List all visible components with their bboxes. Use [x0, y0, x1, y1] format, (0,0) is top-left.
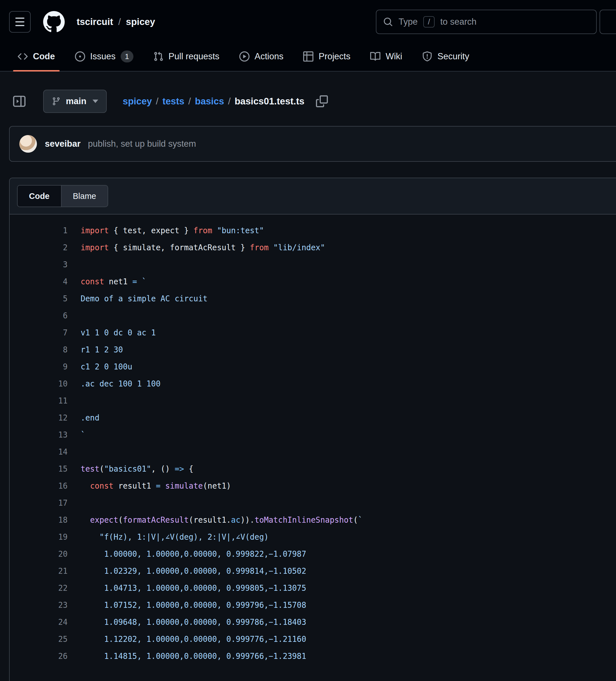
tab-code-view[interactable]: Code [18, 185, 61, 207]
git-branch-icon [52, 97, 61, 106]
line-number[interactable]: 19 [10, 528, 68, 545]
line-number[interactable]: 3 [10, 256, 68, 273]
header-action-button-partial[interactable] [599, 10, 616, 34]
breadcrumb-file-name: basics01.test.ts [235, 96, 304, 107]
code-line: 6 [10, 307, 616, 324]
line-number[interactable]: 25 [10, 630, 68, 648]
tab-wiki[interactable]: Wiki [364, 42, 409, 71]
line-content: 1.02329, 1.00000,0.00000, 0.999814,−1.10… [68, 562, 306, 579]
code-line: 2import { simulate, formatAcResult } fro… [10, 239, 616, 256]
line-number[interactable]: 11 [10, 392, 68, 409]
line-content [68, 494, 81, 511]
latest-commit-bar[interactable]: seveibar publish, set up build system [9, 126, 616, 162]
tab-actions[interactable]: Actions [233, 42, 290, 71]
line-content: .ac dec 100 1 100 [68, 375, 161, 392]
repo-owner-link[interactable]: tscircuit [77, 17, 113, 27]
line-number[interactable]: 26 [10, 648, 68, 664]
tab-projects[interactable]: Projects [297, 42, 356, 71]
line-content: 1.07152, 1.00000,0.00000, 0.999796,−1.15… [68, 597, 306, 613]
line-number[interactable]: 6 [10, 307, 68, 324]
code-line: 3 [10, 256, 616, 273]
line-content: import { test, expect } from "bun:test" [68, 222, 264, 239]
tab-actions-label: Actions [255, 51, 284, 61]
line-content: const result1 = simulate(net1) [68, 477, 231, 494]
commit-message[interactable]: publish, set up build system [88, 139, 196, 149]
search-input[interactable]: Type / to search [376, 10, 597, 34]
header-top: tscircuit / spicey Type / to search [9, 0, 607, 40]
code-line: 20 1.00000, 1.00000,0.00000, 0.999822,−1… [10, 545, 616, 562]
line-number[interactable]: 17 [10, 494, 68, 511]
chevron-down-icon [93, 100, 98, 103]
line-number[interactable]: 2 [10, 239, 68, 256]
line-content: 1.09648, 1.00000,0.00000, 0.999786,−1.18… [68, 613, 306, 630]
code-line: 15test("basics01", () => { [10, 460, 616, 477]
repo-name-link[interactable]: spicey [126, 17, 155, 27]
line-content [68, 443, 81, 460]
code-icon [18, 51, 28, 61]
table-icon [303, 51, 313, 61]
breadcrumb-repo-link[interactable]: spicey [123, 96, 152, 107]
sidebar-expand-icon [11, 93, 27, 109]
tab-pull-requests[interactable]: Pull requests [147, 42, 226, 71]
code-line: 9c1 2 0 100u [10, 358, 616, 375]
code-line: 21 1.02329, 1.00000,0.00000, 0.999814,−1… [10, 562, 616, 579]
code-lines: 1import { test, expect } from "bun:test"… [10, 215, 616, 664]
line-number[interactable]: 4 [10, 273, 68, 290]
code-line: 8r1 1 2 30 [10, 341, 616, 358]
breadcrumb-dir-link[interactable]: basics [195, 96, 224, 107]
code-line: 17 [10, 494, 616, 511]
tab-projects-label: Projects [319, 51, 350, 61]
line-content: 1.04713, 1.00000,0.00000, 0.999805,−1.13… [68, 579, 306, 597]
line-number[interactable]: 21 [10, 562, 68, 579]
line-number[interactable]: 7 [10, 324, 68, 341]
copy-path-button[interactable] [314, 93, 330, 109]
code-line: 25 1.12202, 1.00000,0.00000, 0.999776,−1… [10, 630, 616, 648]
code-line: 23 1.07152, 1.00000,0.00000, 0.999796,−1… [10, 597, 616, 613]
code-line: 16 const result1 = simulate(net1) [10, 477, 616, 494]
line-number[interactable]: 18 [10, 511, 68, 528]
line-content [68, 256, 81, 273]
file-nav-row: main spicey / tests / basics / basics01.… [9, 90, 607, 113]
line-number[interactable]: 12 [10, 409, 68, 426]
code-line: 26 1.14815, 1.00000,0.00000, 0.999766,−1… [10, 648, 616, 664]
line-content: expect(formatAcResult(result1.ac)).toMat… [68, 511, 363, 528]
github-logo[interactable] [43, 11, 65, 33]
shield-icon [422, 51, 432, 61]
line-number[interactable]: 24 [10, 613, 68, 630]
tab-issues[interactable]: Issues 1 [69, 42, 140, 71]
search-icon [383, 17, 393, 27]
book-icon [370, 51, 380, 61]
line-number[interactable]: 14 [10, 443, 68, 460]
line-number[interactable]: 9 [10, 358, 68, 375]
tab-code[interactable]: Code [11, 42, 61, 71]
line-content: v1 1 0 dc 0 ac 1 [68, 324, 156, 341]
code-line: 10.ac dec 100 1 100 [10, 375, 616, 392]
line-number[interactable]: 22 [10, 579, 68, 597]
line-number[interactable]: 1 [10, 222, 68, 239]
line-number[interactable]: 20 [10, 545, 68, 562]
tab-blame-view[interactable]: Blame [61, 185, 107, 207]
avatar[interactable] [19, 135, 37, 153]
file-view-header: Code Blame [10, 178, 616, 215]
line-number[interactable]: 10 [10, 375, 68, 392]
code-line: 14 [10, 443, 616, 460]
copy-icon [316, 95, 328, 107]
code-line: 7v1 1 0 dc 0 ac 1 [10, 324, 616, 341]
line-number[interactable]: 8 [10, 341, 68, 358]
hamburger-menu-button[interactable] [9, 11, 31, 33]
branch-selector-button[interactable]: main [43, 90, 107, 113]
line-number[interactable]: 5 [10, 290, 68, 307]
file-tree-toggle-button[interactable] [9, 91, 29, 111]
tab-security[interactable]: Security [416, 42, 475, 71]
line-number[interactable]: 16 [10, 477, 68, 494]
line-number[interactable]: 15 [10, 460, 68, 477]
line-number[interactable]: 13 [10, 426, 68, 443]
line-content [68, 392, 81, 409]
line-content: ` [68, 426, 85, 443]
commit-author[interactable]: seveibar [45, 139, 81, 149]
file-content-panel: Code Blame 1import { test, expect } from… [9, 178, 616, 681]
line-content: 1.14815, 1.00000,0.00000, 0.999766,−1.23… [68, 648, 306, 664]
line-number[interactable]: 23 [10, 597, 68, 613]
issues-count-badge: 1 [121, 51, 133, 62]
breadcrumb-dir-link[interactable]: tests [163, 96, 184, 107]
